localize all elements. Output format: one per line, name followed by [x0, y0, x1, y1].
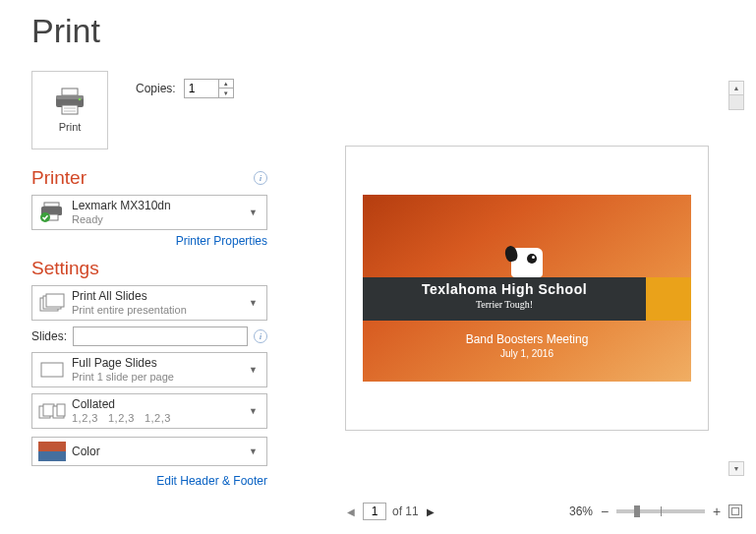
print-button[interactable]: Print — [31, 71, 108, 149]
what-to-print-dropdown[interactable]: Print All Slides Print entire presentati… — [31, 285, 267, 321]
layout-secondary: Print 1 slide per page — [72, 371, 249, 384]
slide-title: Texlahoma High School — [363, 281, 646, 297]
zoom-slider-thumb[interactable] — [634, 505, 640, 517]
svg-point-3 — [79, 98, 82, 101]
copies-input[interactable] — [185, 80, 218, 97]
zoom-label: 36% — [569, 504, 593, 518]
preview-panel: ▲ ▼ Texlahoma High School Terrier Tough!… — [339, 71, 744, 523]
layout-dropdown[interactable]: Full Page Slides Print 1 slide per page … — [31, 352, 267, 387]
zoom-slider[interactable] — [616, 509, 705, 513]
copies-down-button[interactable]: ▼ — [219, 89, 233, 97]
copies-row: Copies: ▲ ▼ — [136, 79, 234, 98]
svg-rect-7 — [44, 203, 59, 207]
page-of-label: of 11 — [392, 504, 419, 518]
edit-header-footer-link[interactable]: Edit Header & Footer — [31, 474, 267, 488]
slide-subtitle: Terrier Tough! — [363, 299, 646, 310]
color-swatch-icon — [32, 442, 72, 461]
what-to-print-primary: Print All Slides — [72, 289, 249, 303]
svg-rect-0 — [62, 89, 78, 95]
preview-nav-bar: ◀ of 11 ▶ 36% − + — [339, 500, 744, 523]
printer-icon — [53, 88, 87, 115]
slides-range-input[interactable] — [73, 326, 248, 346]
chevron-down-icon: ▼ — [249, 298, 266, 308]
scroll-up-button[interactable]: ▲ — [729, 82, 743, 94]
collate-primary: Collated — [72, 397, 249, 411]
chevron-down-icon: ▼ — [249, 208, 266, 217]
color-primary: Color — [72, 445, 249, 458]
chevron-down-icon: ▼ — [249, 446, 266, 456]
left-panel: Print Copies: ▲ ▼ Printer i — [31, 71, 267, 488]
printer-info-icon[interactable]: i — [254, 171, 267, 185]
copies-spinner[interactable]: ▲ ▼ — [184, 79, 234, 98]
collate-secondary: 1,2,31,2,31,2,3 — [72, 412, 249, 425]
printer-properties-link[interactable]: Printer Properties — [31, 234, 267, 248]
print-button-label: Print — [59, 121, 82, 133]
collate-dropdown[interactable]: Collated 1,2,31,2,31,2,3 ▼ — [31, 393, 267, 429]
preview-scrollbar[interactable]: ▲ — [728, 81, 744, 110]
single-slide-icon — [32, 361, 72, 379]
svg-rect-14 — [41, 363, 63, 377]
chevron-down-icon: ▼ — [249, 406, 266, 416]
slide-preview: Texlahoma High School Terrier Tough! Ban… — [363, 195, 691, 382]
printer-name: Lexmark MX310dn — [72, 199, 249, 212]
layout-primary: Full Page Slides — [72, 356, 249, 370]
mascot-icon — [511, 248, 543, 277]
collated-icon — [32, 402, 72, 420]
slides-range-label: Slides: — [31, 329, 67, 343]
copies-label: Copies: — [136, 82, 176, 95]
copies-up-button[interactable]: ▲ — [219, 80, 233, 89]
next-page-button[interactable]: ▶ — [425, 506, 436, 517]
svg-rect-13 — [46, 294, 64, 307]
preview-frame: Texlahoma High School Terrier Tough! Ban… — [345, 146, 709, 431]
slides-info-icon[interactable]: i — [254, 329, 267, 343]
page-title: Print — [31, 12, 756, 50]
prev-page-button[interactable]: ◀ — [345, 506, 357, 517]
printer-heading: Printer — [31, 167, 87, 189]
scroll-down-button[interactable]: ▼ — [728, 461, 744, 476]
printer-dropdown[interactable]: Lexmark MX310dn Ready ▼ — [31, 195, 267, 230]
printer-status: Ready — [72, 213, 249, 226]
zoom-out-button[interactable]: − — [599, 504, 611, 519]
svg-rect-16 — [43, 404, 54, 416]
chevron-down-icon: ▼ — [249, 365, 266, 375]
svg-rect-4 — [62, 105, 78, 114]
zoom-fit-button[interactable] — [728, 504, 742, 518]
slides-stack-icon — [32, 293, 72, 313]
what-to-print-secondary: Print entire presentation — [72, 304, 249, 317]
zoom-in-button[interactable]: + — [711, 504, 723, 519]
settings-heading: Settings — [31, 258, 99, 279]
slide-date-line: July 1, 2016 — [363, 348, 691, 359]
slide-meeting-line: Band Boosters Meeting — [363, 332, 691, 346]
scroll-thumb[interactable] — [729, 94, 743, 109]
printer-status-icon — [32, 202, 72, 223]
svg-rect-18 — [57, 404, 65, 416]
current-page-input[interactable] — [363, 503, 386, 520]
color-dropdown[interactable]: Color ▼ — [31, 437, 267, 466]
